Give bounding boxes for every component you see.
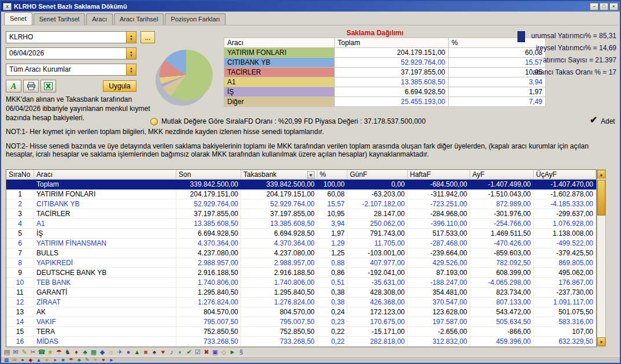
taskbar-icon[interactable]: ✎ [84,357,91,363]
toolbar-icon[interactable]: ■ [142,348,150,356]
scroll-up-icon[interactable]: ▲ [597,170,605,179]
close-icon[interactable]: x [3,3,12,10]
symbol-combo[interactable]: KLRHO ▲ ▼ [6,31,136,43]
taskbar-icon[interactable]: ■ [60,357,66,363]
tab-araci[interactable]: Aracı [86,13,113,25]
spinner-icon[interactable]: ▲ ▼ [126,48,136,59]
table-row[interactable]: 6YATIRIM FİNANSMAN4.370.364,004.370.364,… [6,239,596,248]
table-row[interactable]: 1YATIRIM FONLARI204.179.151,00204.179.15… [6,190,596,199]
table-row[interactable]: 11GARANTİ1.295.840,501.295.840,500,38428… [6,288,596,298]
toolbar-icon[interactable]: ♥ [159,348,167,356]
table-row[interactable]: 13AK804.570,00804.570,000,24172.123,0012… [6,307,596,317]
table-row[interactable]: 7BULLS4.237.080,004.237.080,001,25-103.0… [6,248,596,258]
toolbar-icon[interactable]: ★ [46,348,54,356]
tab-senet[interactable]: Senet [4,12,32,25]
spin-down-icon[interactable]: ▼ [130,38,133,41]
column-header-takasbank[interactable]: Takasbank▼ [241,170,317,179]
table-row[interactable]: 3TACİRLER37.197.855,0037.197.855,0010,95… [6,209,596,219]
table-scrollbar[interactable]: ▲ ▼ [597,169,606,347]
toolbar-icon[interactable]: ✂ [29,348,37,356]
taskbar-icon[interactable]: ☀ [92,357,99,363]
maximize-button[interactable]: □ [600,3,608,10]
toolbar-icon[interactable]: ► [228,348,236,356]
toolbar-icon[interactable]: ♠ [150,348,158,356]
toolbar-icon[interactable]: ♣ [81,348,89,356]
excel-export-button[interactable] [40,80,56,92]
tab-senet-tarihsel[interactable]: Senet Tarihsel [34,13,86,25]
column-header-pct[interactable]: % [317,170,348,179]
toolbar-icon[interactable]: ☎ [38,348,46,356]
browse-button[interactable]: ... [141,31,155,43]
toolbar-icon[interactable]: ✔ [185,348,193,356]
column-header-ayf[interactable]: AyF [470,170,534,179]
toolbar-icon[interactable]: ♪ [168,348,176,356]
toolbar-icon[interactable]: ▲ [133,348,141,356]
tab-araci-tarihsel[interactable]: Aracı Tarihsel [114,13,164,25]
toolbar-icon[interactable]: ☑ [194,348,202,356]
table-row[interactable]: 10TEB BANK1.740.806,001.740.806,000,51-3… [6,278,596,288]
font-button[interactable]: A [6,80,21,92]
table-row[interactable]: 9DEUTSCHE BANK YB2.916.188,502.916.188,5… [6,268,596,278]
toolbar-icon[interactable]: ✉ [12,348,20,356]
toolbar-icon[interactable]: ◇ [220,348,228,356]
taskbar-icon[interactable]: ♦ [51,357,58,363]
takasbank-filter-dropdown-icon[interactable]: ▼ [307,171,315,179]
column-header-name[interactable]: Aracı [34,170,176,179]
print-button[interactable] [23,80,39,92]
taskbar-icon[interactable]: ✉ [11,357,18,363]
cell-son: 1.276.824,00 [176,298,241,307]
toolbar-icon[interactable]: ◆ [98,348,106,356]
table-row[interactable]: 15TERA752.850,50752.850,500,22-15.171,00… [6,327,596,337]
toolbar-icon[interactable]: ☼ [107,348,115,356]
table-row[interactable]: 8YAPIKREDİ2.988.957,002.988.957,000,8840… [6,258,596,268]
scrollbar-thumb[interactable] [597,180,605,216]
scroll-down-icon[interactable]: ▼ [597,337,605,346]
toolbar-icon[interactable]: ▣ [211,348,219,356]
table-row[interactable]: 5İŞ6.694.928,506.694.928,501,97791.743,0… [6,229,596,239]
column-header-haftaf[interactable]: HaftaF [408,170,470,179]
table-row[interactable]: 14VAKIF795.007,50795.007,500,23170.675,0… [6,317,596,327]
column-header-gunf[interactable]: GünF [348,170,408,179]
spin-down-icon[interactable]: ▼ [130,70,133,73]
toolbar-icon[interactable]: ♞ [64,348,72,356]
broker-filter-combo[interactable]: Tüm Aracı Kurumlar ▲ ▼ [6,64,136,76]
taskbar-icon[interactable]: ◆ [27,357,34,363]
toolbar-icon[interactable]: ▤ [3,348,11,356]
column-header-son[interactable]: Son [176,170,241,179]
taskbar-icon[interactable]: ▦ [3,357,10,363]
adet-checkbox[interactable]: ✔ [590,114,597,125]
spinner-icon[interactable]: ▲ ▼ [126,64,136,75]
apply-button[interactable]: Uygula [103,80,136,92]
taskbar-icon[interactable]: ♣ [76,357,83,363]
taskbar-icon[interactable]: ● [19,357,26,363]
table-row[interactable]: 16MİDAS733.268,50733.268,500,22282.818,0… [6,337,596,347]
taskbar-icon[interactable]: ▲ [35,357,42,363]
taskbar-icon[interactable]: ► [108,357,115,363]
tab-pozisyon-farklari[interactable]: Pozisyon Farkları [165,13,226,25]
taskbar-icon[interactable]: ♥ [100,357,107,363]
toolbar-icon[interactable]: ☂ [55,348,63,356]
taskbar-icon[interactable]: ★ [43,357,50,363]
spin-down-icon[interactable]: ▼ [130,54,133,57]
toolbar-icon[interactable]: ▦ [90,348,98,356]
toolbar-icon[interactable]: § [237,348,245,356]
sort-radio[interactable] [150,118,158,125]
taskbar-icon[interactable]: ☂ [68,357,75,363]
table-row[interactable]: 2CITIBANK YB52.929.764,0052.929.764,0015… [6,199,596,209]
toolbar-icon[interactable]: ♦ [72,348,80,356]
spinner-icon[interactable]: ▲ ▼ [126,32,136,43]
toolbar-icon[interactable]: ◐ [176,348,184,356]
column-header-ucayf[interactable]: ÜçAyF [534,170,596,179]
total-row[interactable]: Toplam339.842.500,00339.842.500,00100,00… [6,180,596,190]
close-button[interactable]: × [609,3,618,10]
minimize-button[interactable]: − [590,3,598,10]
toolbar-icon[interactable]: ✎ [20,348,28,356]
date-combo[interactable]: 06/04/2026 ▲ ▼ [6,47,136,60]
toolbar-icon[interactable]: ● [124,348,132,356]
column-header-no[interactable]: SıraNo [6,170,34,179]
table-row[interactable]: 4A113.385.608,5013.385.608,503,94250.062… [6,219,596,229]
table-row[interactable]: 12ZİRAAT1.276.824,001.276.824,000,38426.… [6,298,596,307]
toolbar-icon[interactable]: ✈ [116,348,124,356]
cell-no: 12 [6,298,34,307]
toolbar-icon[interactable]: ✖ [202,348,210,356]
